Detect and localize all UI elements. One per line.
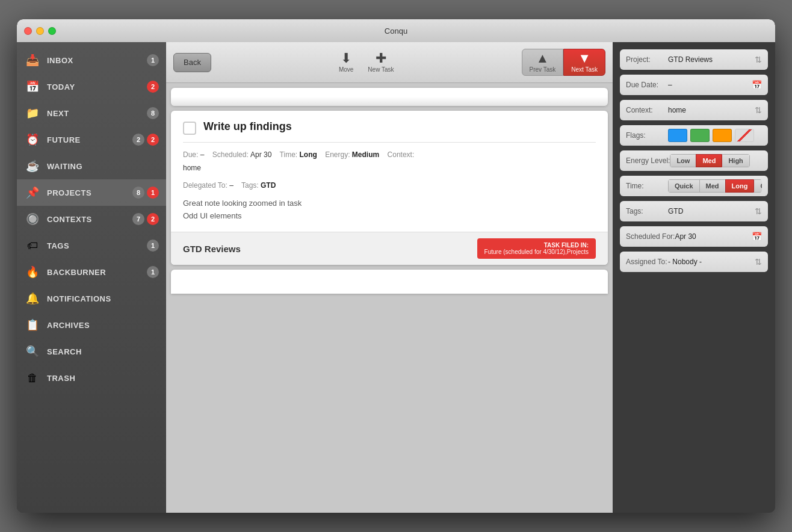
- move-icon: ⬇: [341, 52, 351, 65]
- contexts-icon: 🔘: [24, 211, 41, 227]
- energy-med-btn[interactable]: Med: [696, 154, 722, 167]
- time-label: Time:: [280, 150, 300, 159]
- badge-next: 8: [147, 107, 159, 119]
- today-icon: 📅: [24, 78, 41, 95]
- trash-icon: 🗑: [24, 370, 41, 386]
- scheduled-calendar-icon[interactable]: 📅: [752, 232, 762, 241]
- next-icon: 📁: [24, 105, 41, 122]
- sidebar-label-projects: PROJECTS: [47, 188, 132, 197]
- sidebar-item-waiting[interactable]: ☕ WAITING: [17, 153, 166, 179]
- sidebar-label-waiting: WAITING: [47, 162, 159, 171]
- energy-high-btn[interactable]: High: [722, 154, 749, 167]
- due-date-label: Due Date:: [626, 81, 668, 89]
- projects-icon: 📌: [24, 184, 41, 201]
- center-area: Back ⬇ Move ✚ New Task ▲ Prev Task: [166, 42, 613, 513]
- context-row-value: home: [668, 106, 755, 114]
- archives-icon: 📋: [24, 317, 41, 333]
- project-row: Project: GTD Reviews ⇅: [620, 49, 768, 70]
- task-meta: Due: – Scheduled: Apr 30 Time: Long Ener…: [183, 149, 596, 175]
- energy-low-btn[interactable]: Low: [670, 154, 696, 167]
- energy-row-label: Energy Level:: [626, 156, 670, 165]
- sidebar-label-archives: ARCHIVES: [47, 321, 159, 330]
- badge-contexts-2: 2: [147, 213, 159, 225]
- assigned-select-icon[interactable]: ⇅: [755, 257, 762, 267]
- scheduled-row-value: Apr 30: [675, 232, 749, 241]
- move-label: Move: [339, 66, 353, 73]
- badge-contexts-group: 7 2: [132, 213, 159, 225]
- sidebar-label-tags: TAGS: [47, 241, 147, 250]
- tags-row: Tags: GTD ⇅: [620, 201, 768, 221]
- sidebar-item-tags[interactable]: 🏷 TAGS 1: [17, 232, 166, 259]
- sidebar-item-notifications[interactable]: 🔔 NOTIFICATIONS: [17, 285, 166, 312]
- delegated-label: Delegated To:: [183, 181, 229, 190]
- flag-none[interactable]: [735, 129, 754, 142]
- sidebar-item-contexts[interactable]: 🔘 CONTEXTS 7 2: [17, 206, 166, 232]
- badge-tags: 1: [147, 240, 159, 252]
- due-label: Due:: [183, 150, 200, 159]
- maximize-button[interactable]: [48, 27, 56, 35]
- context-value-meta: home: [183, 164, 201, 172]
- assigned-row: Assigned To: - Nobody - ⇅: [620, 252, 768, 272]
- project-select-icon[interactable]: ⇅: [755, 55, 762, 64]
- time-custom-btn[interactable]: Custom: [753, 179, 762, 193]
- task-divider: [183, 142, 596, 143]
- task-checkbox[interactable]: [183, 122, 196, 135]
- task-title: Write up findings: [203, 120, 292, 133]
- scheduled-row-label: Scheduled For:: [626, 232, 675, 241]
- sidebar-item-next[interactable]: 📁 NEXT 8: [17, 100, 166, 126]
- badge-today: 2: [147, 81, 159, 93]
- sidebar-item-future[interactable]: ⏰ FUTURE 2 2: [17, 126, 166, 153]
- new-task-icon: ✚: [376, 52, 386, 65]
- prev-task-label: Prev Task: [530, 66, 556, 73]
- sidebar-item-today[interactable]: 📅 TODAY 2: [17, 73, 166, 100]
- task-note: Great note looking zoomed in task Odd UI…: [183, 197, 596, 223]
- minimize-button[interactable]: [36, 27, 44, 35]
- tags-row-label: Tags:: [626, 207, 668, 215]
- sidebar-label-today: TODAY: [47, 82, 147, 91]
- sidebar-item-inbox[interactable]: 📥 INBOX 1: [17, 47, 166, 73]
- due-value: –: [200, 150, 205, 159]
- context-select-icon[interactable]: ⇅: [755, 105, 762, 115]
- time-quick-btn[interactable]: Quick: [668, 179, 699, 193]
- delegated-value: –: [229, 181, 234, 190]
- sidebar-label-next: NEXT: [47, 109, 147, 118]
- assigned-row-label: Assigned To:: [626, 258, 668, 266]
- task-filed-badge: TASK FILED IN: Future (scheduled for 4/3…: [477, 238, 596, 259]
- move-action[interactable]: ⬇ Move: [334, 49, 358, 75]
- badge-projects-2: 1: [147, 187, 159, 199]
- time-med-btn[interactable]: Med: [699, 179, 725, 193]
- sidebar-item-trash[interactable]: 🗑 TRASH: [17, 365, 166, 391]
- due-date-calendar-icon[interactable]: 📅: [752, 80, 762, 90]
- prev-task-icon: ▲: [536, 52, 549, 65]
- sidebar-item-archives[interactable]: 📋 ARCHIVES: [17, 312, 166, 338]
- sidebar-label-future: FUTURE: [47, 135, 132, 144]
- task-card-partial-top: [171, 88, 608, 106]
- flags-row: Flags:: [620, 125, 768, 146]
- time-long-btn[interactable]: Long: [725, 179, 754, 193]
- sidebar-item-projects[interactable]: 📌 PROJECTS 8 1: [17, 179, 166, 206]
- flags-row-label: Flags:: [626, 131, 668, 140]
- task-header: Write up findings: [183, 120, 596, 135]
- task-list[interactable]: Write up findings Due: – Scheduled: Apr …: [166, 83, 613, 513]
- energy-btn-group: Low Med High: [670, 154, 749, 167]
- next-task-button[interactable]: ▼ Next Task: [563, 49, 605, 76]
- flag-green[interactable]: [690, 129, 710, 142]
- badge-backburner: 1: [147, 266, 159, 278]
- back-button[interactable]: Back: [173, 53, 211, 72]
- flag-orange[interactable]: [713, 129, 732, 142]
- flag-blue[interactable]: [668, 129, 687, 142]
- close-button[interactable]: [24, 27, 32, 35]
- context-row-label: Context:: [626, 106, 668, 114]
- new-task-label: New Task: [368, 66, 394, 73]
- sidebar-item-search[interactable]: 🔍 SEARCH: [17, 338, 166, 365]
- badge-future-group: 2 2: [132, 134, 159, 146]
- new-task-action[interactable]: ✚ New Task: [363, 49, 398, 75]
- prev-task-button[interactable]: ▲ Prev Task: [522, 49, 564, 76]
- window-title: Conqu: [385, 26, 407, 36]
- main-content: 📥 INBOX 1 📅 TODAY 2 📁 NEXT 8 ⏰ FUTURE 2 …: [17, 42, 775, 513]
- title-bar: Conqu: [17, 19, 775, 42]
- sidebar-item-backburner[interactable]: 🔥 BACKBURNER 1: [17, 259, 166, 285]
- scheduled-label: Scheduled:: [212, 150, 250, 159]
- tags-select-icon[interactable]: ⇅: [755, 206, 762, 216]
- task-footer: GTD Reviews TASK FILED IN: Future (sched…: [171, 232, 608, 265]
